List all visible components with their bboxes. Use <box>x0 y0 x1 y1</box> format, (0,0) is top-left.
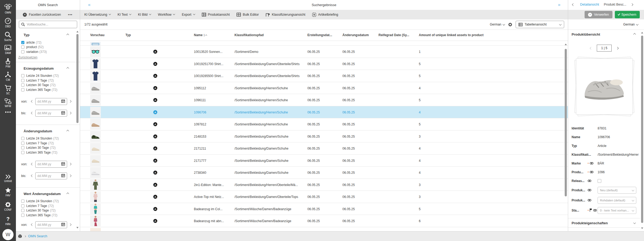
facet-option[interactable]: Letzte 24 Stunden(72) <box>21 199 80 204</box>
toolbar-menu-export[interactable]: Export <box>182 13 195 16</box>
view-mode-select[interactable]: Tabellenansicht <box>516 21 564 28</box>
date-prev-icon[interactable] <box>31 100 34 103</box>
facet-option[interactable]: Letzten 30 Tage(72) <box>21 83 80 88</box>
date-from-input[interactable]: dd.MM.yy <box>35 98 67 105</box>
date-to-input[interactable]: dd.MM.yy <box>35 110 67 117</box>
date-next-icon[interactable] <box>69 175 72 177</box>
facet-group-title[interactable]: Änderungsdatum <box>24 129 80 133</box>
table-row[interactable]: A10019285500 Shirt.../Sortiment/Bekleidu… <box>80 70 568 82</box>
checkbox[interactable] <box>21 200 24 203</box>
facet-group-title[interactable]: Typ <box>24 33 80 37</box>
table-row[interactable]: A1097812/Sortiment/Bekleidung/Herren/Sch… <box>80 118 568 130</box>
link-icon[interactable] <box>593 208 597 213</box>
checkbox[interactable] <box>21 146 24 149</box>
facet-option[interactable]: variation(373) <box>21 49 80 54</box>
column-header[interactable]: Erstellungsdat... <box>307 33 332 37</box>
date-prev-icon[interactable] <box>31 175 34 177</box>
checkbox[interactable] <box>21 142 24 145</box>
table-row[interactable]: A2738340/Sortiment/Bekleidung/Damen/Schu… <box>80 167 568 179</box>
language-select[interactable]: German <box>490 23 505 26</box>
next-tab-icon[interactable] <box>631 3 633 6</box>
facet-option[interactable]: Letzten 365 Tage(72) <box>21 150 80 155</box>
checkbox[interactable] <box>21 74 24 77</box>
table-row[interactable]: ABadeanzug mit abn.../Sortiment/Wäsche/D… <box>80 215 568 227</box>
sidebar-item-wfm[interactable]: WFM <box>5 98 11 108</box>
tab-detailansicht[interactable]: Detailansicht <box>580 3 599 6</box>
sidebar-item-cm[interactable]: CM <box>5 71 11 81</box>
facet-option[interactable]: Letzte 24 Stunden(72) <box>21 74 80 78</box>
checkbox[interactable] <box>21 41 24 44</box>
facet-more-menu[interactable]: ••• <box>68 12 72 16</box>
facet-option[interactable]: Letzten 365 Tage(72) <box>21 213 80 218</box>
column-header[interactable]: Typ <box>125 33 131 37</box>
field-checkbox[interactable] <box>598 179 601 183</box>
link-icon[interactable] <box>588 198 591 203</box>
table-row[interactable]: A10013520 Sonnen.../Sortiment/Demo06.05.… <box>80 46 568 58</box>
sidebar-item-pim[interactable]: PIM <box>5 58 11 68</box>
date-next-icon[interactable] <box>69 163 72 166</box>
section-produkteigenschaften[interactable]: Produkteigenschaften <box>568 218 640 227</box>
date-from-input[interactable]: dd.MM.yy <box>35 161 67 168</box>
facet-option[interactable]: product(52) <box>21 45 80 50</box>
sidebar-item-more[interactable] <box>5 111 11 113</box>
table-row[interactable]: A2in1-Edition: Mante.../Sortiment/Beklei… <box>80 179 568 191</box>
sidebar-item-conf[interactable]: CONF <box>4 201 12 211</box>
reset-facets-label[interactable]: Facetten zurücksetzen <box>29 13 61 16</box>
table-row-partial[interactable] <box>80 41 568 46</box>
link-icon[interactable] <box>590 161 594 166</box>
facet-option[interactable]: Letzte 24 Stunden(72) <box>21 136 80 141</box>
fulltext-search-input[interactable]: Volltextsuche... <box>19 21 77 28</box>
facet-scrollbar[interactable] <box>76 29 79 231</box>
prev-image-icon[interactable] <box>590 47 593 49</box>
sidebar-item-dbd[interactable]: DBD <box>5 18 11 28</box>
column-header[interactable]: Vorschau <box>90 33 105 37</box>
checkbox[interactable] <box>21 209 24 212</box>
sidebar-item-fav[interactable]: FAV <box>5 187 11 197</box>
toolbar-button-artikelbriefing[interactable]: Artikelbriefing <box>312 13 338 17</box>
date-prev-icon[interactable] <box>31 163 34 166</box>
field-select[interactable]: Rohdaten (default) <box>598 197 636 204</box>
save-button[interactable]: Speichern <box>615 11 640 18</box>
table-row[interactable]: A10019251700 Shirt.../Sortiment/Bekleidu… <box>80 58 568 70</box>
calendar-icon[interactable] <box>61 111 65 116</box>
checkbox[interactable] <box>21 214 24 217</box>
facet-reset-link[interactable]: Zurücksetzen <box>18 56 37 59</box>
checkbox[interactable] <box>21 137 24 140</box>
breadcrumb-omn-search[interactable]: OMN Search <box>28 234 47 238</box>
facet-option[interactable]: Letzten 7 Tage(72) <box>21 204 80 208</box>
toolbar-button-klassifizierungsansicht[interactable]: Klassifizierungsansicht <box>266 13 305 17</box>
checkbox[interactable] <box>21 50 24 53</box>
toolbar-menu-ki-bild[interactable]: KI Bild <box>138 13 151 16</box>
checkbox[interactable] <box>21 204 24 208</box>
column-header[interactable]: Änderungsdatum <box>342 33 369 37</box>
facet-option[interactable]: Letzten 7 Tage(72) <box>21 141 80 146</box>
field-select[interactable]: 0 - kein Text vorhan... <box>598 207 636 214</box>
toolbar-menu-workflow[interactable]: Workflow <box>158 13 175 16</box>
detail-language-select[interactable]: German <box>568 19 644 30</box>
discard-button[interactable]: ✕Verwerfen <box>585 11 612 18</box>
date-next-icon[interactable] <box>69 112 72 115</box>
date-to-input[interactable]: dd.MM.yy <box>35 172 67 179</box>
calendar-icon[interactable] <box>61 174 65 178</box>
product-image-stack[interactable] <box>576 56 633 117</box>
facet-option[interactable]: Letzten 7 Tage(72) <box>21 78 80 83</box>
column-header[interactable]: Reifegrad Date (Sy... <box>378 33 409 37</box>
toolbar-menu-ki-text[interactable]: KI Text <box>118 13 131 16</box>
facet-option[interactable]: article(72) <box>21 40 80 45</box>
column-header[interactable]: Name 1 <box>194 33 207 37</box>
table-row[interactable]: A1095112/Sortiment/Bekleidung/Herren/Sch… <box>80 82 568 94</box>
section-verwendungen[interactable]: Verwendungen <box>568 228 640 231</box>
table-row[interactable]: AActive-Top mit Netz.../Sortiment/Beklei… <box>80 191 568 203</box>
section-produktuebersicht[interactable]: Produktübersicht <box>568 30 640 39</box>
tab-produkt-beschreibung[interactable]: Produkt Besc... <box>604 3 626 6</box>
facet-option[interactable]: Letzten 365 Tage(72) <box>21 87 80 92</box>
prev-tab-icon[interactable] <box>572 3 575 6</box>
sidebar-item-sc[interactable]: SC <box>5 85 12 95</box>
checkbox[interactable] <box>21 83 24 87</box>
detail-scrollbar[interactable] <box>640 30 644 231</box>
checkbox[interactable] <box>21 79 24 82</box>
reset-facets-icon[interactable]: ✕ <box>23 13 27 17</box>
flag-icon[interactable] <box>590 208 592 213</box>
link-icon[interactable] <box>588 188 591 193</box>
toolbar-menu-ki-bersetzung[interactable]: KI Übersetzung <box>84 13 111 16</box>
